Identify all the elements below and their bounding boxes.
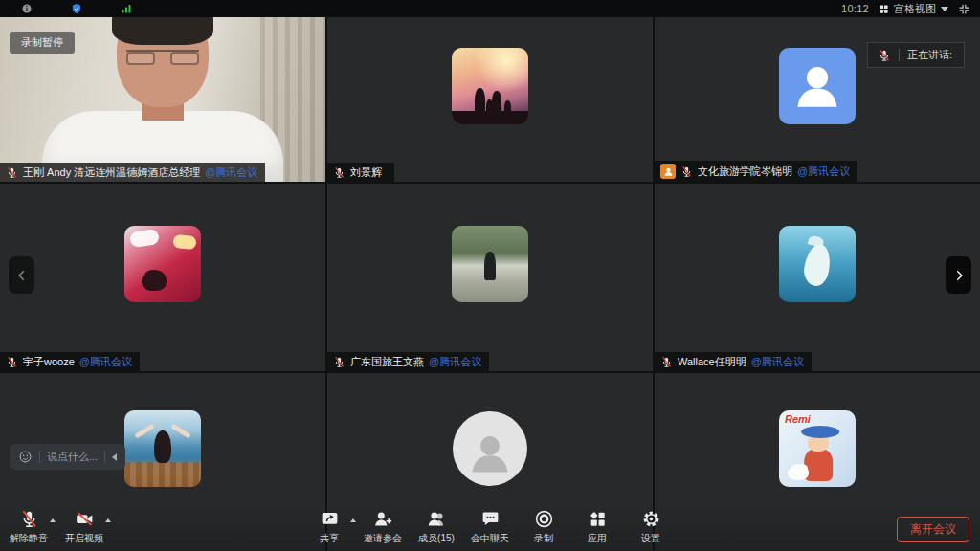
share-screen-icon <box>320 509 340 529</box>
person-head <box>117 17 209 107</box>
participant-name: 刘景辉 <box>350 165 382 179</box>
collapse-chat-icon[interactable] <box>112 453 117 461</box>
participant-name: 广东国旅王文燕 <box>350 355 424 368</box>
mic-muted-icon <box>6 356 18 368</box>
participant-org: @腾讯会议 <box>429 355 481 368</box>
record-icon <box>534 509 554 529</box>
unmute-button[interactable]: 解除静音 <box>6 507 52 547</box>
info-icon[interactable] <box>21 3 33 14</box>
start-video-label: 开启视频 <box>65 532 103 545</box>
participant-name: 宇子wooze <box>23 355 75 368</box>
video-tile-wangwenyan[interactable]: 广东国旅王文燕 @腾讯会议 <box>327 184 653 371</box>
participant-name: 王刚 Andy 清远连州温德姆酒店总经理 <box>23 165 200 179</box>
participant-org: @腾讯会议 <box>79 355 132 368</box>
apps-grid-icon <box>588 509 608 529</box>
record-label: 录制 <box>534 532 553 545</box>
avatar-text: Remi <box>785 413 811 425</box>
exit-fullscreen-icon[interactable] <box>958 3 970 15</box>
mic-muted-icon <box>333 166 345 179</box>
members-button[interactable]: 成员(15) <box>413 507 459 547</box>
system-status-bar: 10:12 宫格视图 <box>0 0 980 17</box>
avatar-blue-person <box>779 48 856 124</box>
participant-nametag: 广东国旅王文燕 @腾讯会议 <box>327 352 489 371</box>
grid-view-icon <box>879 4 889 14</box>
participant-org: @腾讯会议 <box>797 165 850 178</box>
shield-icon[interactable] <box>71 3 82 14</box>
video-options-caret[interactable] <box>105 518 111 522</box>
leave-meeting-button[interactable]: 离开会议 <box>897 517 969 542</box>
avatar-sunset-family <box>452 48 528 124</box>
members-label: 成员(15) <box>418 532 455 545</box>
apps-label: 应用 <box>588 532 607 545</box>
mic-options-caret[interactable] <box>50 518 56 522</box>
chat-placeholder[interactable]: 说点什么... <box>47 450 98 464</box>
settings-button[interactable]: 设置 <box>628 507 674 547</box>
clock: 10:12 <box>841 3 869 14</box>
avatar-beach-girl <box>124 410 201 487</box>
video-tile-yuziwooze[interactable]: 宇子wooze @腾讯会议 <box>0 184 325 371</box>
person-icon <box>790 58 845 114</box>
record-button[interactable]: 录制 <box>521 507 567 547</box>
chevron-down-icon <box>941 7 948 11</box>
unmute-label: 解除静音 <box>10 532 48 545</box>
toolbar-left-group: 解除静音 开启视频 <box>6 507 107 547</box>
share-label: 共享 <box>320 532 339 545</box>
participant-org: @腾讯会议 <box>205 165 257 179</box>
participant-nametag: 王刚 Andy 清远连州温德姆酒店总经理 @腾讯会议 <box>0 163 265 182</box>
settings-label: 设置 <box>641 532 660 545</box>
members-icon <box>427 509 447 529</box>
chat-label: 会中聊天 <box>471 532 509 545</box>
speaking-indicator: 正在讲话: <box>867 42 965 68</box>
participant-nametag: Wallace任明明 @腾讯会议 <box>655 352 812 371</box>
status-bar-left <box>10 3 132 14</box>
mic-muted-icon <box>878 49 891 62</box>
participant-name: Wallace任明明 <box>678 355 746 368</box>
start-video-button[interactable]: 开启视频 <box>61 507 107 547</box>
quick-chat-input[interactable]: 说点什么... <box>10 444 125 470</box>
prev-page-button[interactable] <box>9 256 34 294</box>
toolbar-center-group: 共享 邀请参会 成员(15) 会中聊天 录制 应用 设置 <box>306 507 674 547</box>
share-options-caret[interactable] <box>350 518 356 522</box>
divider <box>104 451 105 463</box>
avatar-remi-cartoon: Remi <box>779 410 856 487</box>
gear-icon <box>641 509 661 529</box>
hand-raised-icon <box>660 164 676 179</box>
video-tile-wallace[interactable]: Wallace任明明 @腾讯会议 <box>655 184 980 371</box>
person-hair <box>112 17 213 45</box>
view-label: 宫格视图 <box>894 2 936 16</box>
person-glasses <box>126 50 199 65</box>
record-paused-badge: 录制暂停 <box>10 32 75 54</box>
video-tile-cenjinming[interactable]: 正在讲话: 文化旅游学院岑锦明 @腾讯会议 <box>655 17 980 182</box>
participant-nametag: 宇子wooze @腾讯会议 <box>0 352 140 371</box>
participant-nametag: 刘景辉 <box>327 163 394 182</box>
chat-bubble-icon <box>480 509 501 529</box>
share-screen-button[interactable]: 共享 <box>306 507 352 547</box>
view-switcher[interactable]: 宫格视图 <box>879 2 948 16</box>
apps-button[interactable]: 应用 <box>574 507 620 547</box>
signal-icon <box>121 3 132 14</box>
divider <box>39 451 40 463</box>
mic-muted-icon <box>660 356 673 368</box>
participant-org: @腾讯会议 <box>751 355 804 368</box>
meeting-chat-button[interactable]: 会中聊天 <box>467 507 513 547</box>
mic-muted-icon <box>680 165 693 178</box>
mic-muted-icon <box>6 166 18 179</box>
emoji-smiley-icon[interactable] <box>18 450 33 464</box>
participant-grid: 王刚 Andy 清远连州温德姆酒店总经理 @腾讯会议 刘景辉 正在讲话: <box>0 17 980 551</box>
person-icon <box>663 166 674 177</box>
meeting-toolbar: 解除静音 开启视频 共享 邀请参会 成员(15) 会中聊天 录制 <box>0 505 980 551</box>
speaking-label: 正在讲话: <box>907 48 952 62</box>
video-tile-liujinghui[interactable]: 刘景辉 <box>327 17 653 182</box>
avatar-whale <box>779 226 856 302</box>
participant-nametag: 文化旅游学院岑锦明 @腾讯会议 <box>655 161 858 182</box>
mic-muted-icon <box>333 356 345 368</box>
chevron-right-icon <box>952 267 966 284</box>
next-page-button[interactable] <box>946 256 971 294</box>
mic-muted-icon <box>19 509 39 529</box>
invite-button[interactable]: 邀请参会 <box>360 507 406 547</box>
camera-muted-icon <box>75 509 95 529</box>
invite-person-icon <box>373 509 393 529</box>
avatar-park-path <box>452 226 528 302</box>
chevron-left-icon <box>15 267 29 284</box>
divider <box>899 49 900 61</box>
